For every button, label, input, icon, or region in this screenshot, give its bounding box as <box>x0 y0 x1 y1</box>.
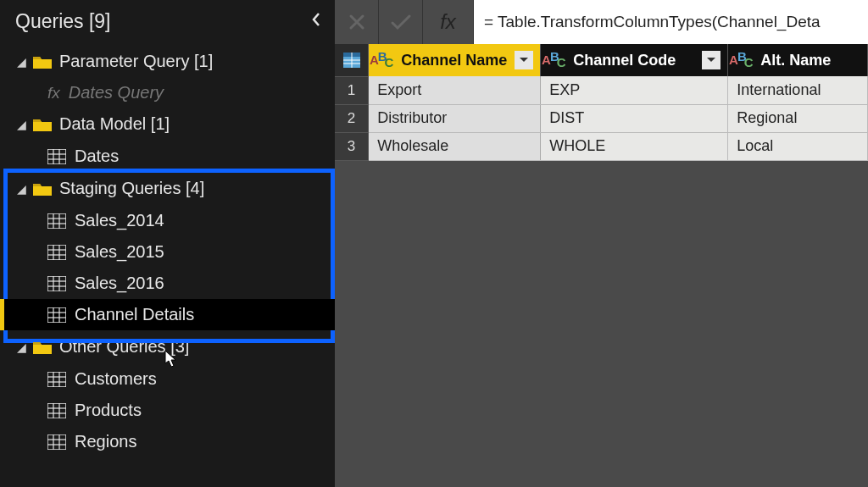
svg-rect-35 <box>47 434 66 450</box>
row-header-corner[interactable] <box>335 44 369 76</box>
chevron-down-icon <box>706 57 716 64</box>
table-row[interactable]: 2 Distributor DIST Regional <box>335 104 868 132</box>
folder-icon <box>32 181 53 196</box>
tree-item-dates[interactable]: Dates <box>0 141 335 172</box>
fx-icon: fx <box>47 84 60 102</box>
tree-item-products[interactable]: Products <box>0 395 335 426</box>
table-icon <box>47 307 66 323</box>
tree-item-label: Sales_2016 <box>75 274 164 293</box>
folder-icon <box>32 117 53 132</box>
data-table: ABC Channel Name ABC <box>335 44 868 161</box>
tree-item-label: Sales_2014 <box>75 211 164 230</box>
cell[interactable]: International <box>728 76 868 104</box>
row-number: 2 <box>335 104 369 132</box>
column-name: Channel Code <box>573 52 697 69</box>
cell[interactable]: WHOLE <box>541 132 728 160</box>
folder-parameter-query[interactable]: ◢ Parameter Query [1] <box>0 45 335 78</box>
table-icon <box>47 213 66 229</box>
tree-group-parameter-query: ◢ Parameter Query [1] fx Dates Query <box>0 45 335 108</box>
tree-item-label: Dates Query <box>69 83 164 102</box>
sidebar-title: Queries [9] <box>15 10 111 33</box>
fx-icon: fx <box>440 10 456 34</box>
column-filter-dropdown[interactable] <box>702 51 721 69</box>
formula-text: = Table.TransformColumnTypes(Channel_Det… <box>484 13 821 31</box>
tree-item-dates-query[interactable]: fx Dates Query <box>0 78 335 108</box>
cell[interactable]: Regional <box>728 104 868 132</box>
folder-icon <box>32 54 53 69</box>
tree-item-customers[interactable]: Customers <box>0 363 335 395</box>
text-type-icon: ABC <box>369 44 398 76</box>
text-type-icon: ABC <box>728 44 757 76</box>
svg-rect-15 <box>47 276 66 291</box>
table-icon <box>47 372 66 387</box>
caret-down-icon: ◢ <box>17 340 32 354</box>
chevron-down-icon <box>519 57 529 64</box>
tree-item-channel-details[interactable]: Channel Details <box>0 299 335 330</box>
cell[interactable]: Distributor <box>369 104 541 132</box>
check-icon <box>390 13 412 31</box>
svg-rect-25 <box>47 372 66 387</box>
formula-bar: fx = Table.TransformColumnTypes(Channel_… <box>335 0 868 44</box>
fx-label[interactable]: fx <box>423 0 474 44</box>
formula-confirm-button[interactable] <box>379 0 423 44</box>
tree-item-label: Sales_2015 <box>75 242 164 262</box>
cell[interactable]: Export <box>369 76 541 104</box>
tree-item-sales-2016[interactable]: Sales_2016 <box>0 268 335 299</box>
tree-item-label: Regions <box>75 432 136 451</box>
column-name: Channel Name <box>401 52 509 69</box>
column-header-channel-name[interactable]: ABC Channel Name <box>369 44 541 76</box>
folder-icon <box>32 340 53 355</box>
table-row[interactable]: 1 Export EXP International <box>335 76 868 104</box>
cell[interactable]: Local <box>728 132 868 160</box>
table-icon <box>47 434 66 450</box>
collapse-sidebar-icon[interactable] <box>311 12 321 31</box>
cell[interactable]: DIST <box>541 104 728 132</box>
table-icon <box>47 276 66 291</box>
folder-label: Data Model [1] <box>59 114 170 134</box>
row-number: 1 <box>335 76 369 104</box>
cell[interactable]: EXP <box>541 76 728 104</box>
tree-group-staging-queries: ◢ Staging Queries [4] Sales_2014 Sales_2… <box>0 172 335 330</box>
table-icon <box>47 245 66 260</box>
svg-rect-20 <box>47 307 66 323</box>
svg-rect-5 <box>47 213 66 229</box>
caret-down-icon: ◢ <box>17 55 32 69</box>
column-header-alt-name[interactable]: ABC Alt. Name <box>728 44 868 76</box>
sidebar-header: Queries [9] <box>0 0 335 45</box>
tree-item-sales-2015[interactable]: Sales_2015 <box>0 236 335 268</box>
column-name: Alt. Name <box>760 52 860 69</box>
tree-item-label: Customers <box>75 369 157 389</box>
svg-rect-0 <box>47 149 66 164</box>
folder-label: Parameter Query [1] <box>59 52 213 71</box>
svg-rect-10 <box>47 245 66 260</box>
table-icon <box>47 149 66 164</box>
main-panel: fx = Table.TransformColumnTypes(Channel_… <box>335 0 868 487</box>
text-type-icon: ABC <box>541 44 570 76</box>
tree-group-other-queries: ◢ Other Queries [3] Customers Products <box>0 330 335 457</box>
column-header-channel-code[interactable]: ABC Channel Code <box>541 44 728 76</box>
row-number: 3 <box>335 132 369 160</box>
formula-input[interactable]: = Table.TransformColumnTypes(Channel_Det… <box>474 0 868 44</box>
formula-cancel-button[interactable] <box>335 0 379 44</box>
queries-sidebar: Queries [9] ◢ Parameter Query [1] fx Dat… <box>0 0 335 487</box>
caret-down-icon: ◢ <box>17 182 32 196</box>
folder-other-queries[interactable]: ◢ Other Queries [3] <box>0 330 335 363</box>
cell[interactable]: Wholesale <box>369 132 541 160</box>
tree-group-data-model: ◢ Data Model [1] Dates <box>0 108 335 172</box>
tree-item-label: Channel Details <box>75 305 194 324</box>
table-row[interactable]: 3 Wholesale WHOLE Local <box>335 132 868 160</box>
tree-item-label: Products <box>75 401 142 420</box>
svg-rect-30 <box>47 403 66 418</box>
column-filter-dropdown[interactable] <box>515 51 533 69</box>
x-icon <box>348 13 366 31</box>
query-tree: ◢ Parameter Query [1] fx Dates Query ◢ D… <box>0 45 335 457</box>
folder-label: Other Queries [3] <box>59 337 189 357</box>
tree-item-sales-2014[interactable]: Sales_2014 <box>0 205 335 236</box>
folder-label: Staging Queries [4] <box>59 179 204 198</box>
folder-data-model[interactable]: ◢ Data Model [1] <box>0 108 335 141</box>
table-icon <box>47 403 66 418</box>
tree-item-regions[interactable]: Regions <box>0 426 335 457</box>
tree-item-label: Dates <box>75 147 119 166</box>
folder-staging-queries[interactable]: ◢ Staging Queries [4] <box>0 172 335 205</box>
caret-down-icon: ◢ <box>17 118 32 131</box>
